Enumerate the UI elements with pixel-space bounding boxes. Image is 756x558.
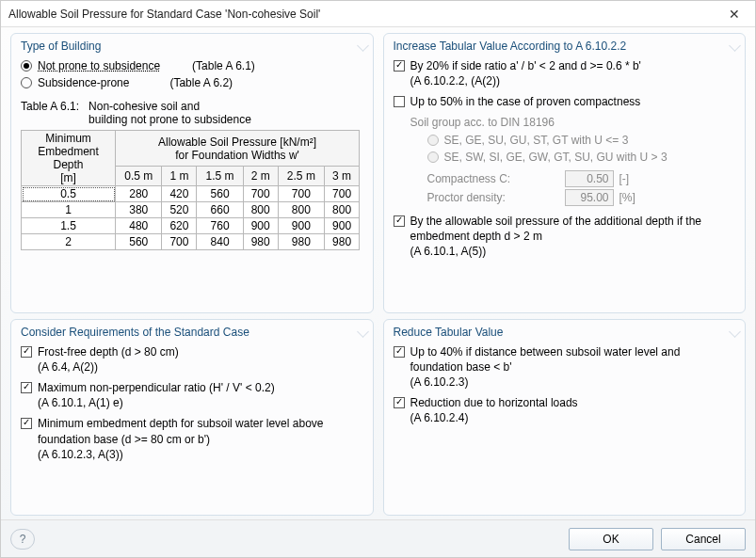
cell-3-2[interactable]: 840 (197, 234, 243, 250)
footer: ? OK Cancel (1, 519, 755, 557)
chk-by-20pct-ref: (A 6.10.2.2, (A(2)) (410, 74, 500, 88)
radio-prone[interactable] (21, 77, 32, 88)
cell-d1[interactable]: 1 (22, 202, 116, 218)
cell-0-4[interactable]: 700 (278, 186, 324, 202)
chk-reduce-horiz-label[interactable]: Reduction due to horizontal loads (410, 396, 578, 409)
chk-by-20pct-label[interactable]: By 20% if side ratio a' / b' < 2 and d >… (410, 59, 641, 72)
cancel-button[interactable]: Cancel (661, 528, 746, 550)
compactness-label: Compactness C: (427, 172, 559, 185)
cell-d2[interactable]: 1.5 (22, 218, 116, 234)
th-depth-l1: Minimum (45, 132, 91, 145)
th-w2: 1.5 m (197, 167, 243, 186)
cell-3-0[interactable]: 560 (116, 234, 162, 250)
ok-button[interactable]: OK (569, 528, 653, 550)
group-reduce: Reduce Tabular Value Up to 40% if distan… (383, 319, 747, 516)
th-press-l1: Allowable Soil Pressure [kN/m²] (158, 136, 316, 149)
chk-reduce-40pct-label[interactable]: Up to 40% if distance between subsoil wa… (410, 345, 681, 374)
chk-max-nonperp[interactable] (21, 382, 32, 393)
group-title: Increase Tabular Value According to A 6.… (394, 40, 736, 53)
radio-soilgroup-2-label: SE, SW, SI, GE, GW, GT, SU, GU with U > … (444, 150, 668, 165)
table-caption-lead: Table A 6.1: (21, 100, 79, 126)
radio-not-prone-ref: (Table A 6.1) (192, 58, 255, 73)
help-button[interactable]: ? (10, 529, 35, 550)
pressure-table: Minimum Embedment Depth [m] Allowable So… (21, 130, 360, 250)
table-caption-line2: building not prone to subsidence (88, 113, 251, 126)
group-consider: Consider Requirements of the Standard Ca… (10, 319, 374, 516)
group-type-of-building: Type of Building Not prone to subsidence… (10, 33, 374, 313)
radio-not-prone[interactable] (21, 60, 32, 72)
window-title: Allowable Soil Pressure for Standard Cas… (8, 8, 721, 21)
cell-3-3[interactable]: 980 (243, 234, 278, 250)
cell-2-0[interactable]: 480 (116, 218, 162, 234)
group-title: Reduce Tabular Value (394, 326, 736, 339)
th-w1: 1 m (162, 167, 197, 186)
cell-1-5[interactable]: 800 (325, 202, 360, 218)
chk-frost-free-label[interactable]: Frost-free depth (d > 80 cm) (38, 345, 179, 359)
group-increase: Increase Tabular Value According to A 6.… (383, 33, 747, 313)
chk-frost-free[interactable] (21, 346, 32, 358)
title-bar: Allowable Soil Pressure for Standard Cas… (1, 1, 755, 27)
cell-3-4[interactable]: 980 (278, 234, 324, 250)
cell-1-4[interactable]: 800 (278, 202, 324, 218)
cell-1-1[interactable]: 520 (162, 202, 197, 218)
th-press-l2: for Foundation Widths w' (175, 149, 299, 162)
proctor-field: 95.00 (565, 189, 614, 206)
cell-0-2[interactable]: 560 (197, 186, 243, 202)
chk-reduce-horiz[interactable] (394, 397, 405, 408)
radio-not-prone-label[interactable]: Not prone to subsidence (38, 58, 160, 73)
chk-up-to-50pct[interactable] (394, 96, 405, 107)
chk-additional-depth[interactable] (394, 215, 405, 227)
proctor-unit: [%] (619, 191, 635, 204)
chk-min-embed-label[interactable]: Minimum embedment depth for subsoil wate… (38, 417, 323, 445)
cell-d0[interactable]: 0.5 (22, 186, 116, 202)
th-w5: 3 m (325, 167, 360, 186)
proctor-label: Proctor density: (427, 191, 559, 204)
cell-0-5[interactable]: 700 (325, 186, 360, 202)
table-caption: Table A 6.1: Non-cohesive soil and build… (21, 100, 363, 126)
radio-soilgroup-1 (427, 135, 439, 146)
radio-prone-label[interactable]: Subsidence-prone (38, 75, 129, 90)
cell-0-3[interactable]: 700 (243, 186, 278, 202)
chk-up-to-50pct-label[interactable]: Up to 50% in the case of proven compactn… (410, 94, 641, 109)
th-w3: 2 m (243, 167, 278, 186)
content-area: Type of Building Not prone to subsidence… (1, 27, 755, 519)
chk-additional-depth-label[interactable]: By the allowable soil pressure of the ad… (410, 215, 702, 243)
th-depth-l3: [m] (60, 171, 76, 184)
cell-2-3[interactable]: 900 (243, 218, 278, 234)
th-w0: 0.5 m (116, 167, 162, 186)
group-title: Consider Requirements of the Standard Ca… (21, 326, 363, 339)
compactness-field: 0.50 (565, 170, 614, 187)
cell-2-2[interactable]: 760 (197, 218, 243, 234)
chk-reduce-40pct[interactable] (394, 346, 405, 358)
chk-reduce-horiz-ref: (A 6.10.2.4) (410, 411, 469, 424)
cell-d3[interactable]: 2 (22, 234, 116, 250)
dialog-window: Allowable Soil Pressure for Standard Cas… (0, 0, 756, 558)
cell-1-2[interactable]: 660 (197, 202, 243, 218)
radio-soilgroup-1-label: SE, GE, SU, GU, ST, GT with U <= 3 (444, 133, 629, 148)
chk-min-embed-ref: (A 6.10.2.3, A(3)) (38, 448, 123, 461)
cell-1-0[interactable]: 380 (116, 202, 162, 218)
chk-additional-depth-ref: (A 6.10.1, A(5)) (410, 245, 487, 258)
table-caption-line1: Non-cohesive soil and (88, 100, 200, 113)
cell-2-1[interactable]: 620 (162, 218, 197, 234)
chk-max-nonperp-ref: (A 6.10.1, A(1) e) (38, 396, 123, 409)
cell-2-4[interactable]: 900 (278, 218, 324, 234)
chk-min-embed[interactable] (21, 418, 32, 429)
chk-by-20pct[interactable] (394, 60, 405, 72)
cell-0-0[interactable]: 280 (116, 186, 162, 202)
chk-reduce-40pct-ref: (A 6.10.2.3) (410, 375, 469, 389)
help-icon: ? (20, 533, 26, 546)
th-depth-l2: Embedment Depth (38, 145, 99, 171)
soil-group-label: Soil group acc. to DIN 18196 (410, 116, 736, 129)
radio-soilgroup-2 (427, 151, 439, 163)
cell-3-5[interactable]: 980 (325, 234, 360, 250)
cell-0-1[interactable]: 420 (162, 186, 197, 202)
cell-3-1[interactable]: 700 (162, 234, 197, 250)
chk-frost-free-ref: (A 6.4, A(2)) (38, 360, 98, 374)
cell-2-5[interactable]: 900 (325, 218, 360, 234)
group-title: Type of Building (21, 40, 363, 53)
compactness-unit: [-] (619, 172, 630, 185)
chk-max-nonperp-label[interactable]: Maximum non-perpendicular ratio (H' / V'… (38, 381, 275, 394)
cell-1-3[interactable]: 800 (243, 202, 278, 218)
close-icon[interactable]: ✕ (721, 7, 748, 22)
